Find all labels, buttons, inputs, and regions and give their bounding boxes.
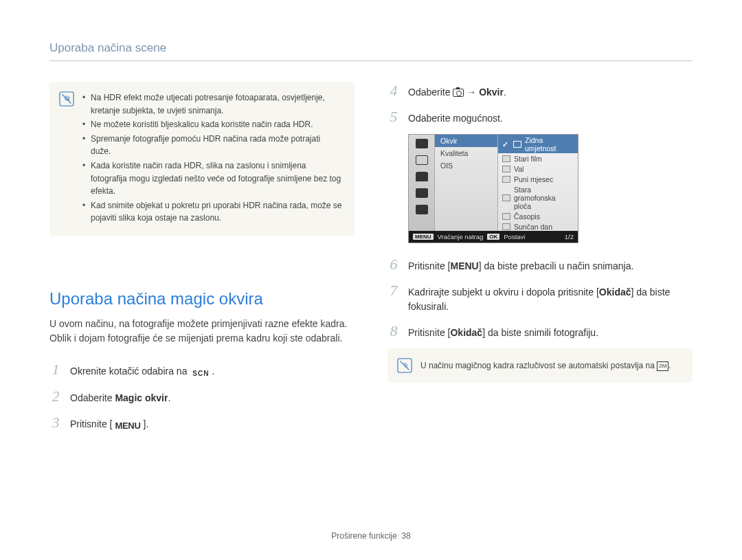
resolution-icon: 2M — [657, 361, 668, 371]
step-8-pre: Pritisnite [ — [408, 327, 450, 338]
step-number: 4 — [387, 82, 400, 100]
section-title: Uporaba načina magic okvira — [49, 289, 355, 309]
hdr-note-list: Na HDR efekt može utjecati potresanje fo… — [82, 91, 342, 226]
option-thumb-icon — [502, 213, 510, 220]
note-item: Na HDR efekt može utjecati potresanje fo… — [82, 91, 342, 117]
step-6-post: ] da biste prebacili u način snimanja. — [479, 260, 634, 271]
option-thumb-icon — [502, 194, 510, 201]
step-3: 3 Pritisnite [MENU]. — [49, 414, 355, 432]
step-7-bold: Okidač — [599, 287, 631, 298]
step-2: 2 Odaberite Magic okvir. — [49, 388, 355, 405]
option-thumb-icon — [502, 155, 510, 162]
step-3-post: ]. — [144, 418, 149, 429]
step-1-post: . — [212, 366, 214, 377]
note2-post: . — [668, 361, 671, 370]
note-item: Kada koristite način rada HDR, slika na … — [82, 159, 342, 198]
step-5-text: Odaberite mogućnost. — [408, 111, 503, 126]
menu-item-ois: OIS — [435, 159, 497, 172]
note-icon: ✎ — [59, 91, 74, 107]
step-8-post: ] da biste snimili fotografiju. — [482, 327, 598, 338]
menu-option: Časopis — [498, 211, 578, 221]
step-8-bold: Okidač — [450, 327, 482, 338]
menu-button-icon: MENU — [112, 421, 143, 432]
menu-option: Val — [498, 164, 578, 174]
ok-label-icon: OK — [487, 234, 499, 240]
svg-text:✎: ✎ — [64, 95, 70, 103]
page-footer: Proširene funkcije 38 — [0, 531, 742, 541]
step-5: 5 Odaberite mogućnost. — [387, 108, 693, 126]
step-number: 8 — [387, 322, 400, 340]
menu-option: Sunčan dan — [498, 221, 578, 232]
shooting-tab-icon — [416, 139, 428, 148]
option-thumb-icon — [502, 166, 510, 172]
header-rule — [49, 60, 693, 61]
note-icon: ✎ — [397, 358, 412, 373]
footer-section: Proširene funkcije — [331, 531, 396, 541]
menu-option: Puni mjesec — [498, 174, 578, 184]
step-7-pre: Kadrirajte subjekt u okviru i dopola pri… — [408, 287, 599, 298]
note-item: Ne možete koristiti bljeskalicu kada kor… — [82, 118, 342, 131]
step-2-bold: Magic okvir — [115, 392, 168, 403]
page-header: Uporaba načina scene — [49, 41, 693, 55]
step-number: 5 — [387, 108, 400, 126]
menu-page-indicator: 1/2 — [565, 233, 574, 240]
menu-button-icon: MENU — [450, 260, 478, 271]
svg-text:✎: ✎ — [402, 361, 408, 370]
step-8: 8 Pritisnite [Okidač] da biste snimili f… — [387, 322, 693, 340]
note2-pre: U načinu magičnog kadra razlučivost se a… — [420, 361, 657, 370]
menu-option: ✓Zidna umjetnost — [498, 135, 578, 153]
check-icon: ✓ — [502, 140, 508, 148]
step-7: 7 Kadrirajte subjekt u okviru i dopola p… — [387, 282, 693, 314]
hdr-note-box: ✎ Na HDR efekt može utjecati potresanje … — [49, 82, 355, 236]
step-4-arrow: → — [464, 87, 479, 98]
step-6-pre: Pritisnite [ — [408, 260, 450, 271]
step-3-pre: Pritisnite [ — [70, 418, 112, 429]
note-item: Spremanje fotografije pomoću HDR načina … — [82, 133, 342, 158]
menu-label-icon: MENU — [413, 234, 434, 240]
step-1: 1 Okrenite kotačić odabira na SCN. — [49, 361, 355, 379]
option-thumb-icon — [502, 176, 510, 183]
note-item: Kad snimite objekat u pokretu pri uporab… — [82, 199, 342, 225]
step-4: 4 Odaberite → Okvir. — [387, 82, 693, 100]
menu-option: Stara gramofonska ploča — [498, 184, 578, 211]
camera-menu-screenshot: Okvir Kvaliteta OIS ✓Zidna umjetnost Sta… — [408, 134, 578, 243]
menu-options-list: ✓Zidna umjetnost Stari film Val Puni mje… — [498, 135, 578, 231]
camera-icon — [453, 89, 464, 97]
step-1-pre: Okrenite kotačić odabira na — [70, 366, 190, 377]
step-4-post: . — [504, 87, 506, 98]
display-tab-icon — [416, 205, 428, 214]
menu-set-label: Postavi — [504, 233, 525, 240]
step-6: 6 Pritisnite [MENU] da biste prebacili u… — [387, 256, 693, 273]
section-intro: U ovom načinu, na fotografije možete pri… — [49, 317, 355, 346]
step-4-bold: Okvir — [479, 87, 504, 98]
step-4-pre: Odaberite — [408, 87, 453, 98]
option-thumb-icon — [513, 141, 521, 148]
menu-option: Stari film — [498, 153, 578, 164]
option-thumb-icon — [502, 223, 510, 230]
video-tab-icon — [416, 172, 428, 181]
footer-page-number: 38 — [401, 531, 410, 541]
step-number: 2 — [49, 388, 62, 405]
step-number: 1 — [49, 361, 62, 379]
menu-back-label: Vraćanje natrag — [438, 233, 484, 240]
sound-tab-icon — [416, 188, 428, 198]
step-number: 6 — [387, 256, 400, 273]
menu-category-list: Okvir Kvaliteta OIS — [435, 135, 498, 231]
menu-item-kvaliteta: Kvaliteta — [435, 147, 497, 159]
menu-item-okvir: Okvir — [435, 135, 497, 147]
scn-mode-icon: SCN — [190, 369, 212, 379]
step-2-post: . — [168, 392, 170, 403]
menu-sidebar — [409, 135, 435, 231]
camera-tab-icon — [416, 155, 428, 165]
step-2-pre: Odaberite — [70, 392, 115, 403]
menu-footer: MENU Vraćanje natrag OK Postavi 1/2 — [409, 231, 578, 243]
step-number: 3 — [49, 414, 62, 432]
resolution-note-box: ✎ U načinu magičnog kadra razlučivost se… — [387, 348, 693, 383]
step-number: 7 — [387, 282, 400, 300]
